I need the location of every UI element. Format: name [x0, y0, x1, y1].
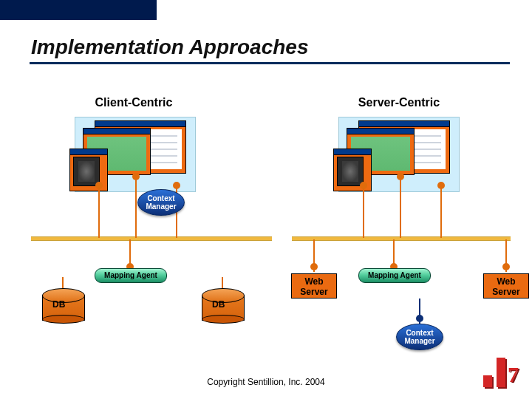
xray-icon — [337, 157, 364, 186]
node-icon — [132, 173, 140, 180]
server-desktop — [338, 117, 460, 192]
bus-rail-left — [31, 236, 272, 241]
web-server-line1: Web — [304, 276, 323, 287]
context-manager-oval: Context Manager — [137, 189, 185, 216]
copyright-text: Copyright Sentillion, Inc. 2004 — [0, 377, 532, 387]
context-manager-line1: Context — [406, 329, 433, 337]
wire — [440, 185, 442, 238]
db-label: DB — [212, 299, 225, 310]
web-server-box: Web Server — [291, 273, 337, 299]
slide-title: Implementation Approaches — [31, 35, 308, 59]
heading-server-centric: Server-Centric — [340, 96, 458, 109]
xray-icon — [73, 157, 100, 186]
node-icon — [310, 263, 318, 270]
title-rule — [30, 62, 510, 64]
node-icon — [437, 182, 445, 189]
mapping-agent-pill: Mapping Agent — [358, 268, 431, 283]
hl7-logo-icon: 7 — [483, 358, 519, 387]
wire — [363, 185, 364, 238]
mapping-agent-pill: Mapping Agent — [95, 268, 167, 283]
context-manager-line1: Context — [147, 194, 174, 202]
context-manager-line2: Manager — [404, 337, 434, 345]
node-icon — [95, 182, 103, 189]
wire — [400, 176, 401, 238]
context-manager-line2: Manager — [146, 202, 176, 211]
header-band — [0, 0, 157, 20]
bus-rail-right — [292, 236, 511, 241]
slide: Implementation Approaches Client-Centric… — [0, 0, 532, 399]
context-manager-oval: Context Manager — [396, 324, 443, 350]
web-server-line2: Server — [492, 287, 519, 297]
node-icon — [360, 182, 367, 189]
wire — [135, 176, 137, 238]
db-label: DB — [52, 299, 65, 310]
node-icon — [502, 263, 510, 270]
node-icon — [416, 315, 423, 322]
web-server-box: Web Server — [483, 273, 529, 299]
node-icon — [397, 173, 404, 180]
node-icon — [173, 182, 180, 189]
web-server-line1: Web — [497, 276, 515, 287]
web-server-line2: Server — [300, 287, 327, 297]
wire — [98, 185, 100, 238]
heading-client-centric: Client-Centric — [82, 96, 185, 109]
